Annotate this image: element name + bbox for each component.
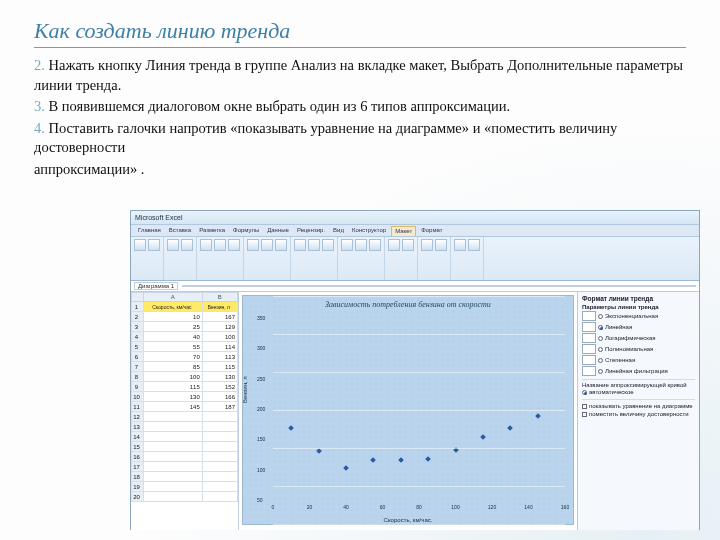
ribbon-button-icon[interactable] — [355, 239, 367, 251]
ribbon-button-icon[interactable] — [275, 239, 287, 251]
pane-section-params: Параметры линии тренда — [582, 304, 695, 310]
x-tick: 0 — [272, 504, 275, 510]
trend-option[interactable]: Линейная — [582, 322, 695, 332]
trend-option[interactable]: Степенная — [582, 355, 695, 365]
ribbon-button-icon[interactable] — [200, 239, 212, 251]
ribbon-button-icon[interactable] — [228, 239, 240, 251]
formula-input[interactable] — [182, 285, 696, 287]
ribbon-button-icon[interactable] — [369, 239, 381, 251]
y-tick: 350 — [257, 315, 265, 321]
tab-Макет[interactable]: Макет — [391, 226, 416, 236]
x-tick: 140 — [524, 504, 532, 510]
chart-container[interactable]: Зависимость потребления бензина от скоро… — [239, 292, 577, 530]
pane-section-name: Название аппроксимирующей кривой — [582, 379, 695, 388]
ribbon-button-icon[interactable] — [388, 239, 400, 251]
ribbon-tabs[interactable]: ГлавнаяВставкаРазметкаФормулыДанныеРецен… — [131, 225, 699, 237]
data-point[interactable] — [480, 434, 486, 440]
window-titlebar: Microsoft Excel — [131, 211, 699, 225]
y-tick: 250 — [257, 376, 265, 382]
plot-area — [273, 318, 565, 498]
formula-bar[interactable]: Диаграмма 1 — [131, 281, 699, 292]
data-point[interactable] — [371, 457, 377, 463]
ribbon-button-icon[interactable] — [435, 239, 447, 251]
data-point[interactable] — [425, 456, 431, 462]
slide-body: 2. Нажать кнопку Линия тренда в группе А… — [34, 56, 686, 179]
ribbon-button-icon[interactable] — [454, 239, 466, 251]
ribbon-button-icon[interactable] — [247, 239, 259, 251]
tab-Вид[interactable]: Вид — [330, 226, 347, 236]
tab-Данные[interactable]: Данные — [264, 226, 292, 236]
x-tick: 100 — [451, 504, 459, 510]
x-tick: 80 — [416, 504, 422, 510]
chk-show-r2[interactable]: поместить величину достоверности — [582, 411, 695, 418]
chart-title: Зависимость потребления бензина от скоро… — [243, 296, 573, 309]
excel-screenshot: Microsoft Excel ГлавнаяВставкаРазметкаФо… — [130, 210, 700, 530]
y-tick: 150 — [257, 436, 265, 442]
slide-title: Как создать линию тренда — [34, 18, 686, 48]
y-axis-label: Бензин, л — [242, 376, 248, 403]
ribbon-button-icon[interactable] — [167, 239, 179, 251]
data-point[interactable] — [535, 413, 541, 419]
tab-Рецензир.[interactable]: Рецензир. — [294, 226, 328, 236]
ribbon-button-icon[interactable] — [134, 239, 146, 251]
y-tick: 50 — [257, 497, 263, 503]
ribbon-button-icon[interactable] — [322, 239, 334, 251]
x-axis-label: Скорость, км/час. — [243, 517, 573, 523]
ribbon-button-icon[interactable] — [421, 239, 433, 251]
data-point[interactable] — [288, 425, 294, 431]
trend-option[interactable]: Полиномиальная — [582, 344, 695, 354]
data-point[interactable] — [507, 426, 513, 432]
opt-auto-name[interactable]: автоматическое — [582, 389, 695, 396]
x-tick: 20 — [307, 504, 313, 510]
ribbon-button-icon[interactable] — [148, 239, 160, 251]
ribbon-button-icon[interactable] — [468, 239, 480, 251]
x-tick: 60 — [380, 504, 386, 510]
x-tick: 160 — [561, 504, 569, 510]
ribbon-button-icon[interactable] — [402, 239, 414, 251]
tab-Вставка[interactable]: Вставка — [166, 226, 194, 236]
y-tick: 300 — [257, 345, 265, 351]
ribbon-button-icon[interactable] — [308, 239, 320, 251]
pane-title: Формат линии тренда — [582, 295, 695, 302]
data-point[interactable] — [343, 465, 349, 471]
x-tick: 120 — [488, 504, 496, 510]
tab-Формат[interactable]: Формат — [418, 226, 445, 236]
ribbon-button-icon[interactable] — [341, 239, 353, 251]
x-tick: 40 — [343, 504, 349, 510]
chk-show-equation[interactable]: показывать уравнение на диаграмме — [582, 403, 695, 410]
trend-option[interactable]: Логарифмическая — [582, 333, 695, 343]
ribbon-button-icon[interactable] — [261, 239, 273, 251]
worksheet[interactable]: AB1Скорость, км/часБензин, л210167325129… — [131, 292, 239, 530]
ribbon-button-icon[interactable] — [181, 239, 193, 251]
trend-option[interactable]: Линейная фильтрация — [582, 366, 695, 376]
tab-Формулы[interactable]: Формулы — [230, 226, 262, 236]
trend-option[interactable]: Экспоненциальная — [582, 311, 695, 321]
y-tick: 100 — [257, 467, 265, 473]
ribbon-button-icon[interactable] — [214, 239, 226, 251]
data-point[interactable] — [398, 457, 404, 463]
trendline-format-pane[interactable]: Формат линии тренда Параметры линии трен… — [577, 292, 699, 530]
name-box[interactable]: Диаграмма 1 — [134, 282, 178, 290]
tab-Разметка[interactable]: Разметка — [196, 226, 228, 236]
ribbon — [131, 237, 699, 281]
tab-Конструктор[interactable]: Конструктор — [349, 226, 389, 236]
y-tick: 200 — [257, 406, 265, 412]
tab-Главная[interactable]: Главная — [135, 226, 164, 236]
ribbon-button-icon[interactable] — [294, 239, 306, 251]
